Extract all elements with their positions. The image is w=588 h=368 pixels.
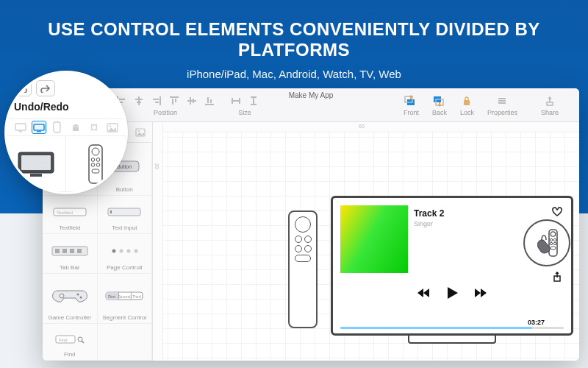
svg-text:Textfield: Textfield — [57, 210, 73, 215]
size-width-icon[interactable] — [229, 94, 243, 107]
toolbar-lock[interactable]: Lock — [460, 94, 474, 116]
svg-rect-59 — [110, 210, 112, 213]
remote-tv-icon — [304, 236, 312, 243]
toolbar-size-group: Size — [229, 94, 260, 116]
svg-rect-3 — [138, 96, 140, 105]
svg-point-94 — [90, 130, 92, 131]
platform-tab-image[interactable] — [134, 126, 147, 139]
send-back-icon — [433, 94, 446, 107]
size-height-icon[interactable] — [247, 94, 260, 107]
library-item-find[interactable]: Find Find — [43, 324, 98, 361]
remote-mic-icon — [295, 245, 302, 252]
library-item-gamecontroller[interactable]: Game Controller — [43, 274, 98, 324]
tv-screen: Track 2 Singer 03:27 — [331, 196, 573, 336]
svg-rect-101 — [89, 145, 102, 183]
svg-rect-1 — [119, 99, 125, 100]
svg-rect-11 — [175, 99, 176, 102]
svg-point-71 — [79, 296, 82, 298]
ruler-vertical: 20 — [153, 122, 163, 361]
front-label: Front — [404, 109, 419, 116]
mag-tab-watch[interactable] — [87, 121, 101, 134]
lock-label: Lock — [460, 109, 474, 116]
svg-rect-23 — [253, 98, 254, 104]
align-right-icon[interactable] — [150, 94, 163, 107]
svg-line-82 — [82, 341, 84, 343]
properties-icon — [495, 94, 509, 107]
toolbar-size-label: Size — [238, 109, 251, 116]
svg-rect-15 — [205, 104, 214, 105]
playback-controls — [333, 285, 571, 304]
forward-icon[interactable] — [473, 287, 488, 302]
svg-rect-30 — [498, 100, 506, 102]
svg-point-91 — [91, 125, 96, 130]
svg-text:Button: Button — [117, 164, 132, 169]
canvas-tv[interactable]: Track 2 Singer 03:27 — [331, 196, 573, 354]
progress-fill — [340, 327, 532, 329]
library-item-segment[interactable]: FirstSecondThird Segment Control — [98, 274, 153, 324]
svg-rect-16 — [207, 97, 209, 103]
align-bottom-icon[interactable] — [203, 94, 216, 107]
svg-rect-58 — [108, 208, 140, 216]
library-item-tabbar[interactable]: Tab Bar — [43, 234, 98, 274]
svg-point-92 — [90, 124, 92, 126]
mag-tab-android[interactable] — [68, 121, 83, 134]
library-label: Game Controller — [48, 314, 91, 321]
svg-point-46 — [138, 130, 140, 132]
canvas-remote[interactable] — [288, 210, 318, 328]
library-label: Tab Bar — [60, 264, 80, 271]
library-label: Button — [116, 186, 133, 193]
album-art — [340, 205, 408, 273]
share-up-icon — [543, 94, 556, 107]
back-label: Back — [432, 109, 447, 116]
align-mid-icon[interactable] — [185, 94, 198, 107]
design-canvas[interactable]: 60 20 Track 2 Singer — [153, 122, 579, 361]
favorite-icon[interactable] — [552, 207, 562, 217]
library-label: Find — [64, 351, 76, 358]
svg-rect-99 — [21, 155, 51, 170]
mag-tab-phone[interactable] — [50, 121, 65, 134]
svg-rect-9 — [170, 96, 179, 98]
svg-rect-7 — [153, 99, 159, 100]
properties-label: Properties — [487, 109, 517, 116]
align-center-icon[interactable] — [132, 94, 146, 107]
window-title: Make My App — [289, 91, 334, 99]
toolbar-share[interactable]: Share — [541, 94, 559, 116]
library-item-textinput[interactable]: Text Input — [98, 196, 153, 234]
progress-bar[interactable] — [340, 327, 564, 329]
svg-rect-17 — [210, 99, 212, 103]
mag-tab-desktop[interactable] — [13, 121, 28, 134]
track-subtitle: Singer — [414, 220, 433, 227]
library-item-textfield[interactable]: Textfield Textfield — [43, 196, 98, 234]
svg-rect-62 — [62, 249, 67, 253]
lock-icon — [460, 94, 473, 107]
remote-play-icon — [304, 245, 312, 252]
library-item-extra[interactable] — [98, 324, 153, 361]
ruler-horizontal: 60 — [153, 122, 579, 132]
toolbar-position-group: Position — [115, 94, 216, 116]
toolbar-front[interactable]: Front — [404, 94, 419, 116]
toolbar-position-label: Position — [154, 109, 177, 116]
toolbar-back[interactable]: Back — [432, 94, 447, 116]
mag-tab-image[interactable] — [105, 121, 120, 134]
magnifier-callout: Undo/Redo — [4, 71, 128, 194]
share-label: Share — [541, 109, 559, 116]
rewind-icon[interactable] — [416, 287, 431, 302]
remote-volume-icon — [295, 255, 311, 262]
svg-rect-32 — [547, 102, 553, 105]
remote-menu-icon — [295, 236, 302, 243]
svg-rect-18 — [232, 98, 233, 104]
svg-text:First: First — [108, 294, 115, 299]
redo-button[interactable] — [36, 80, 55, 96]
mag-tab-tv[interactable] — [32, 121, 46, 134]
ruler-mark-60: 60 — [359, 124, 365, 129]
svg-text:Third: Third — [133, 294, 142, 299]
toolbar-properties[interactable]: Properties — [487, 94, 517, 116]
svg-rect-64 — [77, 249, 82, 253]
share-icon[interactable] — [552, 272, 562, 282]
svg-rect-88 — [54, 122, 60, 132]
svg-rect-14 — [193, 99, 194, 103]
play-icon[interactable] — [444, 285, 460, 304]
library-item-pagecontrol[interactable]: Page Controll — [98, 234, 153, 274]
align-top-icon[interactable] — [168, 94, 181, 107]
undo-redo-label: Undo/Redo — [14, 101, 69, 113]
